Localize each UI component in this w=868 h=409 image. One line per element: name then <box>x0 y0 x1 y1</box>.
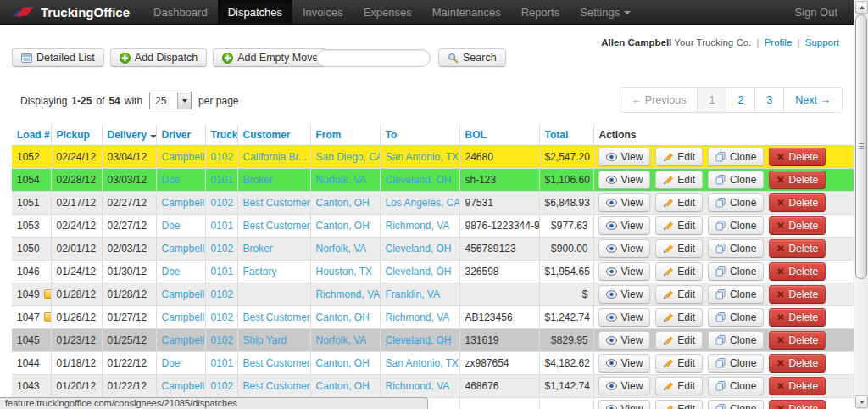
truck-link[interactable]: 0102 <box>211 197 234 209</box>
driver-link[interactable]: Campbell <box>162 197 205 209</box>
delete-button[interactable]: ✕Delete <box>769 171 826 189</box>
edit-button[interactable]: Edit <box>655 262 703 281</box>
customer-link[interactable]: Broker <box>243 243 273 255</box>
nav-item-expenses[interactable]: Expenses <box>353 0 422 24</box>
view-button[interactable]: View <box>598 148 651 166</box>
driver-link[interactable]: Doe <box>162 174 181 186</box>
per-page-select[interactable]: 25 <box>149 92 192 109</box>
view-button[interactable]: View <box>598 262 651 281</box>
truck-link[interactable]: 0102 <box>211 243 234 255</box>
destination-link[interactable]: Richmond, VA <box>386 220 450 232</box>
destination-link[interactable]: San Antonio, TX <box>386 357 459 369</box>
view-button[interactable]: View <box>598 377 651 395</box>
destination-link[interactable]: Richmond, VA <box>386 380 450 392</box>
destination-link[interactable]: Cleveland, OH <box>386 174 452 186</box>
destination-link[interactable]: Los Angeles, CA <box>386 197 460 209</box>
origin-link[interactable]: San Diego, CA <box>316 151 381 163</box>
driver-link[interactable]: Campbell <box>162 334 205 346</box>
view-button[interactable]: View <box>598 308 651 327</box>
delete-button[interactable]: ✕Delete <box>769 308 826 327</box>
clone-button[interactable]: Clone <box>708 308 764 327</box>
edit-button[interactable]: Edit <box>655 148 703 166</box>
edit-button[interactable]: Edit <box>655 216 703 235</box>
destination-link[interactable]: Franklin, VA <box>386 289 440 300</box>
clone-button[interactable]: Clone <box>708 331 764 350</box>
profile-link[interactable]: Profile <box>765 37 793 48</box>
page-button-1[interactable]: 1 <box>697 88 726 112</box>
clone-button[interactable]: Clone <box>708 354 764 373</box>
nav-item-settings[interactable]: Settings <box>570 0 641 24</box>
header-total[interactable]: Total <box>539 125 593 146</box>
customer-link[interactable]: Best Customer <box>243 197 310 209</box>
clone-button[interactable]: Clone <box>708 216 764 235</box>
delete-button[interactable]: ✕Delete <box>769 331 826 350</box>
driver-link[interactable]: Campbell <box>162 311 205 323</box>
add-dispatch-button[interactable]: Add Dispatch <box>110 48 207 67</box>
origin-link[interactable]: Canton, OH <box>316 311 370 323</box>
header-delivery[interactable]: Delivery <box>102 125 156 146</box>
origin-link[interactable]: Norfolk, VA <box>316 243 367 255</box>
customer-link[interactable]: Best Customer <box>243 380 310 392</box>
view-button[interactable]: View <box>598 331 651 350</box>
delete-button[interactable]: ✕Delete <box>769 216 826 235</box>
scroll-down-button[interactable] <box>855 395 868 408</box>
brand[interactable]: TruckingOffice <box>10 0 130 24</box>
driver-link[interactable]: Campbell <box>162 380 205 392</box>
destination-link[interactable]: Cleveland, OH <box>386 266 452 277</box>
clone-button[interactable]: Clone <box>708 400 764 409</box>
driver-link[interactable]: Campbell <box>162 243 205 255</box>
edit-button[interactable]: Edit <box>655 331 703 350</box>
edit-button[interactable]: Edit <box>655 354 703 373</box>
view-button[interactable]: View <box>598 400 651 409</box>
truck-link[interactable]: 0101 <box>211 357 234 369</box>
origin-link[interactable]: Canton, OH <box>316 357 370 369</box>
clone-button[interactable]: Clone <box>708 262 764 281</box>
nav-item-dispatches[interactable]: Dispatches <box>218 0 292 24</box>
customer-link[interactable]: Best Customer <box>243 311 310 323</box>
delete-button[interactable]: ✕Delete <box>769 377 826 395</box>
header-driver[interactable]: Driver <box>156 125 205 146</box>
next-page-button[interactable]: Next → <box>783 88 842 112</box>
driver-link[interactable]: Doe <box>162 357 181 369</box>
origin-link[interactable]: Richmond, VA <box>316 289 381 300</box>
driver-link[interactable]: Doe <box>162 266 181 277</box>
truck-link[interactable]: 0102 <box>211 380 234 392</box>
delete-button[interactable]: ✕Delete <box>769 262 826 281</box>
page-button-2[interactable]: 2 <box>726 88 754 112</box>
add-empty-move-button[interactable]: Add Empty Move <box>213 48 327 67</box>
customer-link[interactable]: Best Customer <box>243 357 310 369</box>
delete-button[interactable]: ✕Delete <box>769 239 826 258</box>
view-button[interactable]: View <box>598 193 651 212</box>
customer-link[interactable]: California Br... <box>243 151 307 163</box>
header-pickup[interactable]: Pickup <box>51 125 102 146</box>
clone-button[interactable]: Clone <box>708 377 764 395</box>
header-truck[interactable]: Truck <box>205 125 237 146</box>
truck-link[interactable]: 0102 <box>211 289 234 300</box>
origin-link[interactable]: Canton, OH <box>316 197 370 209</box>
scroll-up-button[interactable] <box>855 1 868 14</box>
origin-link[interactable]: Canton, OH <box>316 380 370 392</box>
nav-item-maintenances[interactable]: Maintenances <box>422 0 511 24</box>
view-button[interactable]: View <box>598 285 651 304</box>
browser-scrollbar[interactable] <box>854 0 868 409</box>
edit-button[interactable]: Edit <box>655 239 703 258</box>
header-load[interactable]: Load # <box>12 125 51 146</box>
view-button[interactable]: View <box>598 216 651 235</box>
nav-item-dashboard[interactable]: Dashboard <box>143 0 218 24</box>
sign-out-link[interactable]: Sign Out <box>794 0 837 24</box>
previous-page-button[interactable]: ← Previous <box>620 88 698 112</box>
driver-link[interactable]: Doe <box>162 220 181 232</box>
delete-button[interactable]: ✕Delete <box>769 354 826 373</box>
origin-link[interactable]: Norfolk, VA <box>316 174 367 186</box>
edit-button[interactable]: Edit <box>655 285 703 304</box>
view-button[interactable]: View <box>598 171 651 189</box>
header-to[interactable]: To <box>380 125 459 146</box>
customer-link[interactable]: Ship Yard <box>243 334 287 346</box>
edit-button[interactable]: Edit <box>655 308 703 327</box>
view-button[interactable]: View <box>598 239 651 258</box>
clone-button[interactable]: Clone <box>708 193 764 212</box>
truck-link[interactable]: 0102 <box>211 334 234 346</box>
driver-link[interactable]: Campbell <box>162 151 205 163</box>
header-from[interactable]: From <box>310 125 380 146</box>
customer-link[interactable]: Best Customer <box>243 220 310 232</box>
